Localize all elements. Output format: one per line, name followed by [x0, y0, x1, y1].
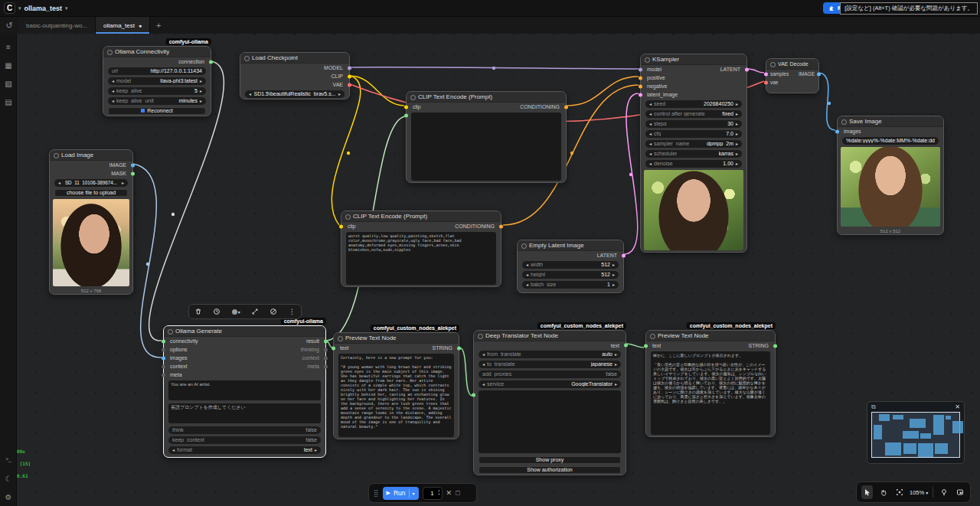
- run-button[interactable]: ▶ Run ▾: [383, 487, 419, 500]
- node-vae-decode[interactable]: VAE Decode samples IMAGE vae: [766, 58, 819, 93]
- output-slot-conditioning[interactable]: [499, 224, 503, 228]
- refresh-icon[interactable]: [213, 308, 220, 315]
- input-slot-context[interactable]: [162, 364, 165, 368]
- widget-url[interactable]: urlhttp://127.0.0.1:11434: [108, 67, 206, 75]
- input-slot-model[interactable]: [639, 67, 642, 71]
- kebab-menu-icon[interactable]: ⋮: [289, 308, 296, 315]
- layers-icon[interactable]: ⧉: [871, 403, 876, 411]
- node-preview-text-1[interactable]: Preview Text Node text STRING Certainly,…: [333, 332, 459, 439]
- preview-text-content[interactable]: Certainly, here is a new prompt for you:…: [338, 354, 454, 437]
- widget-scheduler[interactable]: schedulerkarras: [645, 150, 742, 158]
- batch-count-input[interactable]: 1 ▴▾: [423, 487, 443, 500]
- node-header[interactable]: Deep Translator Text Node: [474, 331, 626, 341]
- widget-denoise[interactable]: denoise1.00: [645, 160, 742, 168]
- widget-keep-context[interactable]: keep_contextfalse: [168, 436, 321, 444]
- output-slot-image[interactable]: [817, 72, 821, 76]
- node-header[interactable]: VAE Decode: [766, 59, 818, 70]
- node-empty-latent-image[interactable]: Empty Latent Image LATENT width512 heigh…: [517, 240, 624, 293]
- widget-steps[interactable]: steps30: [645, 120, 742, 128]
- widget-add-proxies[interactable]: add_proxiesfalse: [479, 371, 621, 378]
- input-slot-connectivity[interactable]: [162, 339, 165, 343]
- node-header[interactable]: Load Image: [50, 150, 132, 161]
- input-slot-positive[interactable]: [639, 76, 642, 80]
- node-clip-text-encode-negative[interactable]: CLIP Text Encode (Prompt) clip CONDITION…: [341, 211, 501, 287]
- node-header[interactable]: Preview Text Node: [646, 331, 775, 341]
- node-header[interactable]: CLIP Text Encode (Prompt): [407, 92, 566, 103]
- input-slot-samples[interactable]: [764, 72, 768, 76]
- output-slot-model[interactable]: [348, 66, 351, 70]
- new-tab-button[interactable]: +: [150, 17, 167, 34]
- node-load-image[interactable]: Load Image IMAGE MASK SD_11_10106-389674…: [49, 149, 133, 295]
- workflow-name[interactable]: ollama_test: [24, 5, 63, 12]
- node-ksampler[interactable]: KSampler model LATENT positive negative …: [640, 54, 747, 253]
- input-slot-vae[interactable]: [764, 80, 768, 84]
- widget-think[interactable]: thinkfalse: [168, 426, 321, 434]
- output-slot-string[interactable]: [773, 344, 777, 348]
- widget-cfg[interactable]: cfg7.0: [645, 130, 742, 138]
- node-header[interactable]: Load Checkpoint: [240, 53, 349, 64]
- node-header[interactable]: KSampler: [641, 54, 746, 65]
- node-header[interactable]: Ollama Generate: [164, 326, 325, 337]
- prompt-textarea[interactable]: 英語プロンプトを作成してください: [168, 403, 321, 423]
- workflows-icon[interactable]: ▤: [0, 98, 17, 106]
- widget-width[interactable]: width512: [522, 261, 619, 269]
- output-slot-conditioning[interactable]: [564, 105, 568, 109]
- input-slot-images[interactable]: [835, 129, 839, 133]
- minimap-body[interactable]: [871, 412, 960, 458]
- color-picker-icon[interactable]: ▾: [232, 309, 240, 315]
- minimap[interactable]: ⧉ ✕: [867, 401, 965, 464]
- output-slot-vae[interactable]: [348, 83, 351, 87]
- widget-keep-alive-unit[interactable]: keep_alive_unitminutes: [108, 97, 206, 105]
- widget-filename-prefix[interactable]: %date:yyyy%-%date:MM%-%date:dd...: [842, 137, 939, 145]
- output-slot-context[interactable]: [324, 356, 328, 360]
- input-slot-latent-image[interactable]: [639, 93, 642, 96]
- output-slot-text[interactable]: [624, 344, 628, 348]
- decrement-icon[interactable]: ▾: [438, 492, 439, 496]
- show-proxy-button[interactable]: Show proxy: [479, 456, 621, 464]
- output-slot-latent[interactable]: [745, 67, 749, 71]
- comfyui-logo[interactable]: C: [4, 2, 15, 14]
- chevron-down-icon[interactable]: ▾: [413, 491, 415, 496]
- choose-file-button[interactable]: choose file to upload: [54, 189, 128, 197]
- tab-ollama-test[interactable]: ollama_test ●: [96, 17, 150, 34]
- output-slot-connection[interactable]: [209, 60, 213, 64]
- bypass-icon[interactable]: [270, 308, 277, 315]
- node-header[interactable]: CLIP Text Encode (Prompt): [341, 211, 501, 222]
- input-slot-clip[interactable]: [339, 224, 343, 228]
- node-preview-text-2[interactable]: Preview Text Node text STRING 確かに、ここに新しい…: [645, 330, 776, 437]
- delete-icon[interactable]: [194, 308, 202, 315]
- tab-basic-outpainting[interactable]: basic-outpainting-wo...: [18, 17, 96, 34]
- close-icon[interactable]: ✕: [955, 403, 960, 410]
- pan-tool-button[interactable]: [877, 485, 889, 499]
- widget-to-translate[interactable]: to_translatejapanese: [479, 361, 621, 368]
- fit-view-button[interactable]: [893, 485, 905, 499]
- prompt-textarea[interactable]: worst quality,low quality,painting,sketc…: [346, 232, 496, 285]
- system-prompt-textarea[interactable]: You are an AI artist.: [168, 380, 321, 400]
- minimap-toggle-button[interactable]: [954, 485, 965, 499]
- zoom-level-dropdown[interactable]: 105% ▾: [910, 489, 928, 496]
- output-slot-thinking[interactable]: [324, 348, 328, 351]
- output-slot-string[interactable]: [457, 346, 461, 350]
- widget-batch-size[interactable]: batch_size1: [522, 281, 619, 289]
- input-slot-meta[interactable]: [162, 373, 165, 377]
- node-header[interactable]: Save Image: [838, 116, 943, 127]
- output-slot-result[interactable]: [324, 339, 328, 343]
- input-slot-text[interactable]: [644, 344, 648, 348]
- link-visibility-button[interactable]: [938, 485, 949, 499]
- node-clip-text-encode-positive[interactable]: CLIP Text Encode (Prompt) clip CONDITION…: [406, 91, 567, 183]
- node-ollama-connectivity[interactable]: Ollama Connectivity connection urlhttp:/…: [103, 46, 211, 116]
- input-slot-images[interactable]: [162, 356, 165, 360]
- select-tool-button[interactable]: [861, 485, 873, 499]
- input-slot-text[interactable]: [404, 114, 408, 118]
- theme-icon[interactable]: ☾: [0, 475, 17, 483]
- translator-textarea[interactable]: [479, 390, 621, 453]
- input-slot-options[interactable]: [162, 348, 165, 351]
- show-authorization-button[interactable]: Show authorization: [479, 466, 621, 474]
- input-slot-text[interactable]: [332, 346, 335, 350]
- collapse-icon[interactable]: [251, 308, 259, 315]
- node-load-checkpoint[interactable]: Load Checkpoint MODEL CLIP VAE SD1.5\bea…: [240, 52, 350, 100]
- model-library-icon[interactable]: ▧: [0, 80, 17, 88]
- widget-image-file[interactable]: SD_11_10106-389674...: [54, 179, 128, 187]
- history-icon[interactable]: ↺: [0, 17, 18, 34]
- terminal-icon[interactable]: >_: [0, 456, 17, 462]
